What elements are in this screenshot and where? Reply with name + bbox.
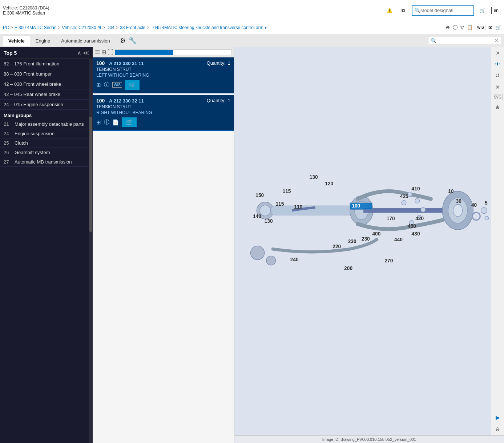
svg-text:230: 230 (362, 236, 370, 242)
svg-text:10: 10 (448, 189, 454, 194)
cart-top-icon[interactable]: 🛒 (495, 25, 501, 30)
part-1-code: A 212 330 32 11 (109, 98, 144, 104)
part-0-left: 100 A 212 330 31 11 (96, 60, 144, 66)
zoom-in-diag-icon[interactable]: ⊕ (494, 102, 501, 112)
part-0-wis-icon[interactable]: WIS (112, 82, 122, 88)
tab-vehicle[interactable]: Vehicle (3, 36, 30, 46)
svg-text:440: 440 (394, 237, 403, 242)
svg-text:40: 40 (471, 202, 477, 208)
breadcrumb-pc[interactable]: PC (3, 25, 9, 30)
part-1-cart-btn[interactable]: 🛒 (122, 117, 137, 127)
sidebar-scrollbar[interactable] (89, 59, 93, 443)
part-0-name: TENSION STRUT (96, 67, 230, 72)
part-card-0[interactable]: 100 A 212 330 31 11 Quantity: 1 TENSION … (93, 57, 234, 93)
part-0-qty: Quantity: 1 (207, 60, 230, 66)
list-view-icon[interactable]: ☰ (95, 49, 100, 56)
breadcrumb-frontaxle[interactable]: 33 Front axle (120, 25, 145, 30)
sidebar-top-item-1[interactable]: 88 – 030 Front bumper (0, 69, 89, 79)
model-search-box[interactable]: 🔍 (412, 5, 474, 16)
part-card-1-header: 100 A 212 330 32 11 Quantity: 1 (96, 98, 230, 104)
tab-engine[interactable]: Engine (30, 36, 56, 46)
right-toolbar: ✕ 👁 ↺ ✕ SVG ⊕ ▶ ⊖ (491, 47, 504, 435)
part-1-table-icon[interactable]: ⊞ (96, 119, 101, 126)
zoom-in-icon[interactable]: ⊕ (446, 25, 450, 30)
nav-arrow-icon[interactable]: ▶ (494, 413, 501, 422)
model-title: E 300 4MATIC Sedan (3, 11, 384, 16)
tabs-search-box[interactable]: 🔍 ✕ (428, 37, 501, 44)
filter-icon[interactable]: ▽ (460, 25, 464, 30)
sidebar-top-item-4[interactable]: 24 – 015 Engine suspension (0, 100, 89, 110)
svg-text:410: 410 (412, 186, 420, 192)
part-0-pos: 100 (96, 60, 105, 66)
eye-icon[interactable]: 👁 (493, 60, 502, 69)
tab-automatic-transmission[interactable]: Automatic transmission (56, 36, 115, 46)
crosshair-icon[interactable]: ✕ (494, 82, 501, 92)
zoom-out-diag-icon[interactable]: ⊖ (494, 424, 501, 434)
svg-point-10 (266, 256, 275, 265)
part-1-info-icon[interactable]: ⓘ (104, 119, 109, 126)
svg-text:230: 230 (348, 239, 356, 244)
top-bar: Vehicle: C212080 (D04) E 300 4MATIC Seda… (0, 0, 504, 21)
breadcrumb-icons: ⊕ ⓘ ▽ 📋 WIS ✉ 🛒 (446, 24, 501, 31)
svg-text:140: 140 (253, 214, 261, 219)
svg-text:240: 240 (290, 257, 299, 262)
sidebar: Top 5 ∧ ≪ 82 – 175 Front illumination 88… (0, 47, 93, 443)
close-panel-icon[interactable]: ✕ (494, 49, 501, 57)
model-search-input[interactable] (420, 8, 471, 13)
center-panel: ☰ ⊞ ⛶ 100 A 212 330 31 11 Quantity: 1 TE… (93, 47, 234, 443)
breadcrumb-d04[interactable]: D04 (106, 25, 114, 30)
part-0-cart-btn[interactable]: 🛒 (125, 80, 140, 90)
part-0-code: A 212 330 31 11 (109, 61, 144, 66)
svg-export-icon[interactable]: SVG (493, 94, 503, 100)
sidebar-top-item-0[interactable]: 82 – 175 Front illumination (0, 59, 89, 69)
svg-point-11 (402, 201, 406, 205)
sidebar-top-item-3[interactable]: 42 – 045 Rear wheel brake (0, 89, 89, 100)
settings-icon[interactable]: ⚙ (120, 37, 126, 45)
svg-point-14 (421, 208, 426, 212)
wrench-icon[interactable]: 🔧 (129, 37, 137, 45)
sidebar-collapse-btn[interactable]: ∧ (77, 49, 81, 56)
part-card-1[interactable]: 100 A 212 330 32 11 Quantity: 1 TENSION … (93, 95, 234, 131)
info-icon[interactable]: ⓘ (453, 24, 457, 31)
part-0-actions: ⊞ ⓘ WIS 🛒 (96, 80, 230, 90)
progress-bar (115, 49, 232, 55)
document-icon[interactable]: 📋 (467, 25, 473, 30)
svg-text:450: 450 (408, 223, 416, 229)
mail-icon[interactable]: ✉ (488, 25, 492, 30)
breadcrumb-model[interactable]: E 300 4MATIC Sedan (15, 25, 57, 30)
sep2: > (58, 25, 61, 30)
sidebar-group-item-3[interactable]: 26 Gearshift system (0, 148, 89, 157)
part-0-table-icon[interactable]: ⊞ (96, 82, 101, 88)
sidebar-group-item-2[interactable]: 25 Clutch (0, 138, 89, 148)
breadcrumb-current-dropdown[interactable]: 045 4MATIC steering knuckle and transver… (151, 24, 269, 31)
svg-text:420: 420 (415, 216, 424, 221)
rotate-icon[interactable]: ↺ (494, 71, 501, 80)
tabs-clear-icon[interactable]: ✕ (495, 38, 499, 43)
part-1-desc: RIGHT WITHOUT BEARING (96, 110, 230, 115)
part-1-doc-icon[interactable]: 📄 (112, 119, 119, 126)
svg-point-17 (472, 213, 480, 220)
tabs-search-input[interactable] (436, 38, 495, 43)
tabs-search-icon: 🔍 (431, 38, 436, 43)
expand-icon[interactable]: ⛶ (108, 49, 113, 56)
top-bar-info: Vehicle: C212080 (D04) E 300 4MATIC Seda… (3, 5, 384, 16)
grid-view-icon[interactable]: ⊞ (101, 49, 106, 56)
sidebar-top-item-2[interactable]: 42 – 030 Front wheel brake (0, 79, 89, 89)
diagram-parts (251, 191, 489, 265)
svg-text:425: 425 (400, 194, 408, 199)
svg-text:5: 5 (485, 200, 488, 206)
warning-icon[interactable]: ⚠️ (384, 5, 395, 16)
diag-num-150: 150 (255, 193, 264, 198)
sidebar-close-btn[interactable]: ≪ (83, 49, 89, 56)
cart-icon[interactable]: 🛒 (477, 5, 488, 16)
tab-extra-icons: ⚙ 🔧 (120, 37, 137, 45)
sidebar-group-item-1[interactable]: 24 Engine suspension (0, 129, 89, 138)
language-badge[interactable]: en (491, 7, 501, 14)
part-0-info-icon[interactable]: ⓘ (104, 81, 109, 88)
sidebar-content: 82 – 175 Front illumination 88 – 030 Fro… (0, 59, 89, 443)
wis-icon[interactable]: WIS (476, 25, 485, 30)
copy-icon[interactable]: ⧉ (398, 5, 408, 16)
sidebar-group-item-4[interactable]: 27 Automatic MB transmission (0, 157, 89, 167)
sidebar-group-item-0[interactable]: 21 Major assembly detachable parts (0, 120, 89, 129)
breadcrumb-vehicle[interactable]: Vehicle: C212080 ⊞ (62, 25, 101, 30)
